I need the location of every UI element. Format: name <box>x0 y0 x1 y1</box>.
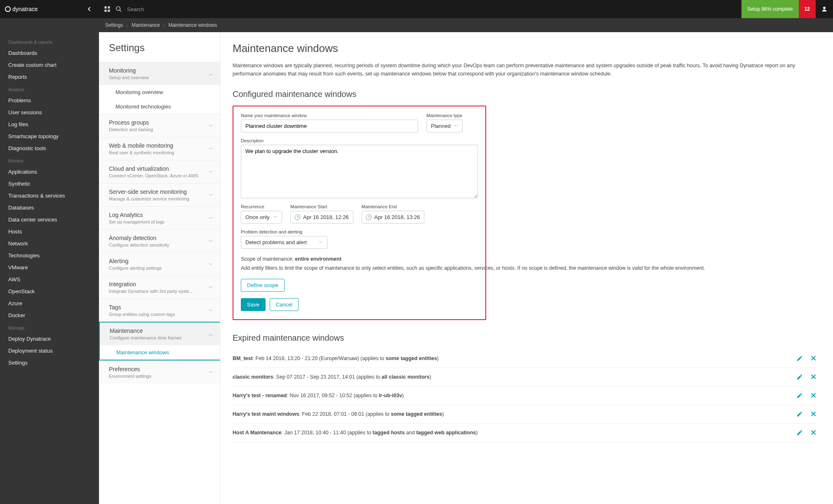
nav-item-transactions[interactable]: Transactions & services <box>0 190 99 202</box>
settings-item-server-side[interactable]: Server-side service monitoring Manage & … <box>99 183 220 206</box>
nav-item-network[interactable]: Network <box>0 238 99 250</box>
settings-item-title: Alerting <box>109 258 213 264</box>
start-label: Maintenance Start <box>290 204 353 209</box>
define-scope-button[interactable]: Define scope <box>241 279 285 292</box>
nav-item-deployment-status[interactable]: Deployment status <box>0 345 99 357</box>
brand-text: dynatrace <box>12 6 38 12</box>
nav-item-deploy[interactable]: Deploy Dynatrace <box>0 333 99 345</box>
settings-item-process-groups[interactable]: Process groups Detection and naming ﹀ <box>99 114 220 137</box>
expired-text: classic monitors: Sep 07 2017 - Sep 23 2… <box>233 374 796 380</box>
name-input[interactable] <box>241 120 418 132</box>
settings-item-title: Web & mobile monitoring <box>109 142 213 149</box>
settings-item-alerting[interactable]: Alerting Configure alerting settings ﹀ <box>99 252 220 276</box>
edit-icon[interactable] <box>796 411 803 417</box>
chevron-down-icon: ﹀ <box>209 261 213 267</box>
nav-item-dashboards[interactable]: Dashboards <box>0 47 99 59</box>
svg-point-4 <box>116 7 120 10</box>
settings-item-title: Maintenance <box>110 327 213 334</box>
chevron-down-icon: ﹀ <box>209 307 213 313</box>
nav-item-docker[interactable]: Docker <box>0 309 99 321</box>
desc-textarea[interactable] <box>241 145 478 198</box>
nav-item-dcs[interactable]: Data center services <box>0 214 99 226</box>
nav-item-problems[interactable]: Problems <box>0 94 99 106</box>
breadcrumb-item[interactable]: Maintenance <box>132 22 160 28</box>
settings-item-anomaly[interactable]: Anomaly detection Configure detection se… <box>99 229 220 252</box>
nav-item-user-sessions[interactable]: User sessions <box>0 106 99 118</box>
delete-icon[interactable] <box>810 429 817 436</box>
nav-section-label: Analyze <box>0 83 99 94</box>
expired-row: Harry's test maint windows: Feb 22 2018,… <box>233 405 817 424</box>
nav-item-vmware[interactable]: VMware <box>0 261 99 273</box>
notification-count[interactable]: 12 <box>799 0 816 18</box>
settings-item-integration[interactable]: Integration Integrate Dynatrace with 3rd… <box>99 276 220 299</box>
nav-item-hosts[interactable]: Hosts <box>0 226 99 238</box>
end-label: Maintenance End <box>362 204 425 209</box>
nav-item-applications[interactable]: Applications <box>0 166 99 178</box>
start-datetime[interactable]: 🕒 Apr 16 2018, 12:26 <box>290 211 353 224</box>
delete-icon[interactable] <box>810 374 817 380</box>
nav-item-technologies[interactable]: Technologies <box>0 250 99 261</box>
settings-item-monitoring[interactable]: Monitoring Setup and overview ︿ <box>99 62 220 85</box>
back-button[interactable] <box>83 3 96 15</box>
svg-rect-2 <box>104 9 106 12</box>
settings-item-sub: Configure detection sensitivity <box>109 243 213 247</box>
settings-item-tags[interactable]: Tags Group entities using custom tags ﹀ <box>99 299 220 322</box>
delete-icon[interactable] <box>810 392 817 399</box>
chevron-down-icon: ﹀ <box>273 214 278 220</box>
settings-item-maintenance[interactable]: Maintenance Configure maintenance time f… <box>99 322 220 345</box>
settings-item-title: Process groups <box>109 119 213 126</box>
search-icon[interactable] <box>115 6 122 12</box>
settings-sub-monitored-tech[interactable]: Monitored technologies <box>99 99 220 114</box>
expired-row: BM_test: Feb 14 2018, 13:20 - 21:20 (Eur… <box>233 349 817 368</box>
detection-value: Detect problems and alert <box>245 239 307 245</box>
cancel-button[interactable]: Cancel <box>270 298 299 311</box>
breadcrumb-item[interactable]: Maintenance windows <box>168 22 217 28</box>
svg-rect-1 <box>108 6 110 8</box>
save-button[interactable]: Save <box>241 298 266 311</box>
edit-icon[interactable] <box>796 374 803 380</box>
main-content: Maintenance windows Maintenance windows … <box>220 32 833 504</box>
user-menu-icon[interactable] <box>816 0 833 18</box>
detection-select[interactable]: Detect problems and alert ﹀ <box>241 236 327 249</box>
setup-status[interactable]: Setup 96% complete <box>741 0 799 18</box>
chevron-up-icon: ︿ <box>209 331 213 337</box>
edit-icon[interactable] <box>796 429 803 436</box>
expired-heading: Expired maintenance windows <box>233 333 817 343</box>
recurrence-select[interactable]: Once only ﹀ <box>241 211 282 224</box>
type-value: Planned <box>431 123 451 129</box>
dashboard-icon[interactable] <box>104 6 111 12</box>
settings-sub-monitoring-overview[interactable]: Monitoring overview <box>99 85 220 99</box>
nav-item-log-files[interactable]: Log files <box>0 118 99 130</box>
breadcrumb-item[interactable]: Settings <box>105 22 123 28</box>
settings-item-web-mobile[interactable]: Web & mobile monitoring Real user & synt… <box>99 137 220 160</box>
settings-item-preferences[interactable]: Preferences Environment settings ﹀ <box>99 360 220 384</box>
nav-item-diagnostic[interactable]: Diagnostic tools <box>0 142 99 154</box>
configured-heading: Configured maintenance windows <box>233 89 817 99</box>
edit-icon[interactable] <box>796 392 803 399</box>
nav-item-smartscape[interactable]: Smartscape topology <box>0 130 99 142</box>
settings-item-log-analytics[interactable]: Log Analytics Set up management of logs … <box>99 206 220 229</box>
nav-item-reports[interactable]: Reports <box>0 71 99 83</box>
nav-item-synthetic[interactable]: Synthetic <box>0 178 99 190</box>
nav-item-create-chart[interactable]: Create custom chart <box>0 59 99 71</box>
settings-item-cloud[interactable]: Cloud and virtualization Connect vCenter… <box>99 160 220 183</box>
nav-item-openstack[interactable]: OpenStack <box>0 285 99 297</box>
type-select[interactable]: Planned ﹀ <box>426 120 463 132</box>
edit-icon[interactable] <box>796 355 803 362</box>
brand-logo[interactable]: dynatrace <box>0 6 38 12</box>
nav-item-settings[interactable]: Settings <box>0 357 99 369</box>
nav-item-databases[interactable]: Databases <box>0 202 99 214</box>
settings-sub-maintenance-windows[interactable]: Maintenance windows <box>100 345 220 360</box>
expired-row: Harry's test - renamed: Nov 16 2017, 09:… <box>233 386 817 405</box>
delete-icon[interactable] <box>810 355 817 362</box>
chevron-up-icon: ︿ <box>209 71 213 77</box>
settings-item-title: Server-side service monitoring <box>109 188 213 195</box>
nav-item-azure[interactable]: Azure <box>0 297 99 309</box>
search-input[interactable]: Search <box>127 6 144 12</box>
clock-icon: 🕒 <box>294 214 301 220</box>
expired-text: BM_test: Feb 14 2018, 13:20 - 21:20 (Eur… <box>233 356 796 361</box>
settings-item-sub: Environment settings <box>109 374 213 379</box>
delete-icon[interactable] <box>810 411 817 417</box>
end-datetime[interactable]: 🕒 Apr 16 2018, 13:26 <box>362 211 425 224</box>
nav-item-aws[interactable]: AWS <box>0 273 99 285</box>
